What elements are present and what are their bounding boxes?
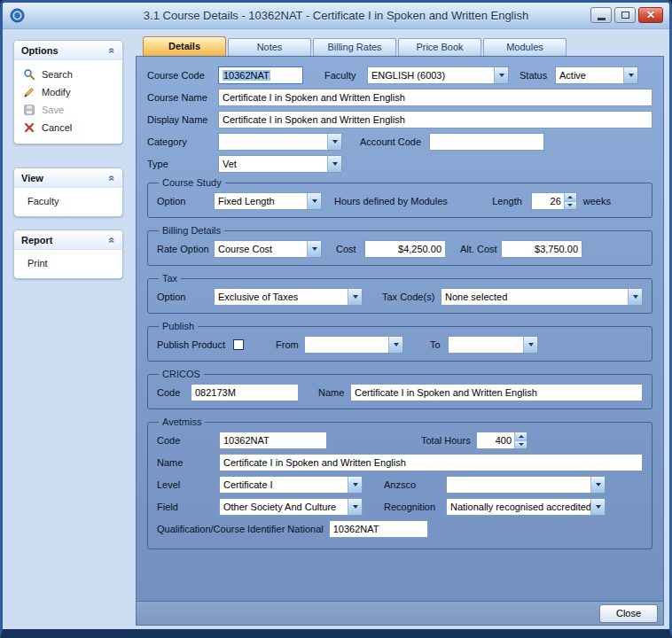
title-bar[interactable]: 3.1 Course Details - 10362NAT - Certific…: [3, 3, 669, 29]
maximize-button[interactable]: [614, 7, 636, 23]
billing-details-group: Billing Details Rate Option Course Cost …: [147, 225, 652, 266]
publish-to-select[interactable]: [448, 336, 538, 354]
qualification-input[interactable]: [329, 520, 428, 538]
hours-defined-note: Hours defined by Modules: [334, 196, 448, 206]
search-icon: [23, 68, 35, 81]
course-study-option-label: Option: [157, 196, 214, 206]
publish-from-select[interactable]: [304, 336, 403, 354]
view-panel: View « Faculty: [13, 167, 123, 217]
tab-details[interactable]: Details: [143, 36, 226, 56]
type-value: Vet: [219, 156, 327, 172]
tab-price-book[interactable]: Price Book: [398, 38, 481, 56]
tax-option-select[interactable]: Exclusive of Taxes: [214, 288, 363, 306]
display-name-label: Display Name: [147, 114, 218, 125]
close-button[interactable]: Close: [599, 604, 658, 623]
avetmiss-code-input[interactable]: [219, 432, 327, 449]
alt-cost-label: Alt. Cost: [460, 244, 501, 254]
chevron-down-icon: [523, 337, 537, 353]
publish-product-checkbox[interactable]: [233, 339, 244, 350]
course-study-option-select[interactable]: Fixed Length: [214, 192, 322, 210]
account-code-label: Account Code: [360, 136, 429, 147]
sidebar-item-label: Faculty: [27, 196, 59, 206]
faculty-select[interactable]: ENGLISH (6003): [367, 66, 509, 84]
field-select[interactable]: Other Society And Culture: [219, 498, 363, 516]
cricos-title: CRICOS: [159, 369, 204, 379]
cricos-group: CRICOS Code Name: [147, 369, 652, 409]
display-name-input[interactable]: [218, 111, 652, 128]
level-select[interactable]: Certificate I: [219, 476, 363, 494]
spin-down-icon[interactable]: [565, 201, 576, 210]
options-panel-header[interactable]: Options «: [14, 41, 122, 60]
report-panel-header[interactable]: Report «: [14, 230, 122, 250]
recognition-label: Recognition: [384, 502, 446, 512]
collapse-chevron-icon[interactable]: «: [106, 48, 119, 54]
avetmiss-name-input[interactable]: [219, 454, 643, 471]
tab-modules[interactable]: Modules: [483, 38, 567, 56]
sidebar-item-search[interactable]: Search: [23, 66, 119, 83]
app-icon: [10, 8, 25, 23]
category-select[interactable]: [218, 133, 342, 151]
length-value: 26: [532, 193, 564, 209]
tax-codes-select[interactable]: None selected: [441, 288, 643, 306]
total-hours-value: 400: [477, 432, 514, 448]
sidebar-item-cancel[interactable]: Cancel: [23, 119, 119, 136]
course-study-option-value: Fixed Length: [215, 193, 307, 209]
rate-option-value: Course Cost: [215, 241, 307, 257]
cost-input[interactable]: [364, 240, 446, 258]
chevron-down-icon: [388, 337, 402, 353]
status-select[interactable]: Active: [555, 66, 638, 84]
alt-cost-input[interactable]: [501, 240, 582, 258]
publish-group: Publish Publish Product From To: [147, 321, 652, 362]
app-window: 3.1 Course Details - 10362NAT - Certific…: [0, 0, 672, 638]
collapse-chevron-icon[interactable]: «: [106, 237, 119, 244]
chevron-down-icon: [590, 477, 605, 493]
window-title: 3.1 Course Details - 10362NAT - Certific…: [144, 9, 528, 22]
view-panel-header[interactable]: View «: [14, 168, 122, 188]
status-value: Active: [556, 67, 623, 83]
publish-to-value: [449, 337, 523, 353]
spin-up-icon[interactable]: [515, 432, 527, 440]
sidebar-item-faculty[interactable]: Faculty: [23, 193, 119, 209]
recognition-select[interactable]: Nationally recognised accredited co: [446, 498, 606, 516]
spin-down-icon[interactable]: [515, 440, 527, 449]
anzsco-value: [447, 477, 590, 493]
course-code-input[interactable]: 10362NAT: [218, 66, 303, 84]
sidebar-item-label: Print: [27, 258, 48, 268]
course-name-input[interactable]: [218, 89, 652, 106]
window-controls: ✕: [590, 7, 663, 23]
cricos-code-input[interactable]: [191, 384, 299, 401]
options-panel-title: Options: [21, 45, 59, 56]
total-hours-spinner[interactable]: 400: [476, 432, 527, 449]
length-label: Length: [492, 196, 522, 206]
length-spinner[interactable]: 26: [531, 192, 577, 210]
chevron-down-icon: [623, 67, 637, 83]
account-code-input[interactable]: [429, 133, 544, 151]
tab-billing-rates[interactable]: Billing Rates: [313, 38, 396, 56]
anzsco-select[interactable]: [446, 476, 606, 494]
cancel-x-icon: [23, 121, 35, 134]
tax-codes-label: Tax Code(s): [382, 292, 441, 302]
chevron-down-icon: [307, 193, 321, 209]
billing-details-title: Billing Details: [159, 225, 224, 236]
close-window-button[interactable]: ✕: [638, 7, 663, 23]
cricos-name-input[interactable]: [350, 384, 643, 401]
sidebar-item-save[interactable]: Save: [23, 101, 119, 119]
faculty-label: Faculty: [324, 70, 367, 81]
course-name-label: Course Name: [147, 92, 218, 103]
sidebar-item-modify[interactable]: Modify: [23, 83, 119, 101]
type-select[interactable]: Vet: [218, 155, 342, 173]
tab-notes[interactable]: Notes: [228, 38, 311, 56]
collapse-chevron-icon[interactable]: «: [106, 175, 119, 182]
rate-option-select[interactable]: Course Cost: [214, 240, 322, 258]
tab-bar: Details Notes Billing Rates Price Book M…: [136, 36, 664, 56]
tax-title: Tax: [159, 273, 181, 284]
chevron-down-icon: [327, 134, 341, 150]
chevron-down-icon: [348, 289, 362, 305]
type-label: Type: [147, 159, 218, 169]
minimize-button[interactable]: [590, 7, 612, 23]
course-code-value: 10362NAT: [223, 70, 270, 81]
chevron-down-icon: [327, 156, 341, 172]
spin-up-icon[interactable]: [565, 193, 576, 201]
sidebar-item-print[interactable]: Print: [23, 255, 119, 271]
faculty-value: ENGLISH (6003): [368, 67, 494, 83]
